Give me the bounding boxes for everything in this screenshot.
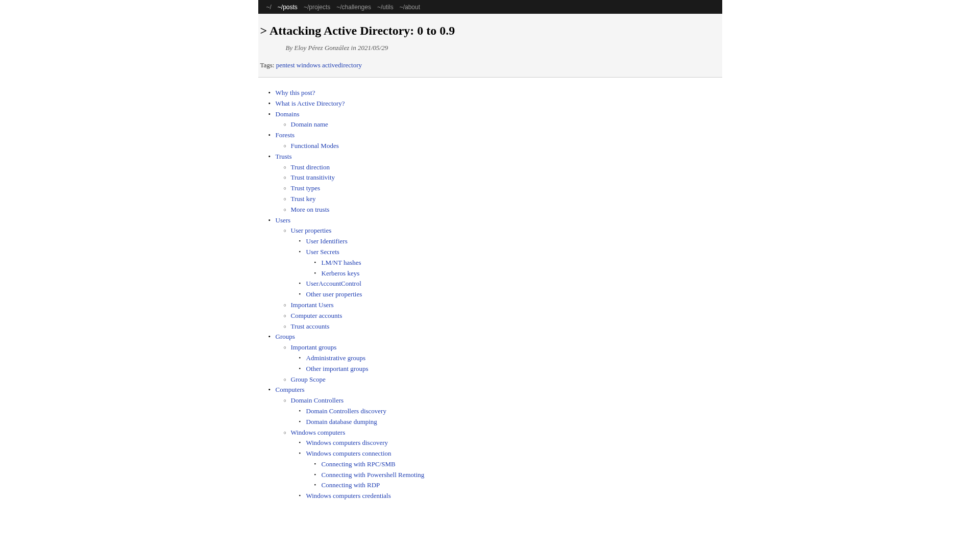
toc-link[interactable]: User properties: [291, 227, 332, 234]
toc-item: Group Scope: [284, 374, 722, 385]
toc-link[interactable]: Important Users: [291, 301, 334, 309]
nav-posts[interactable]: ~/posts: [275, 4, 301, 11]
toc-item: ComputersDomain ControllersDomain Contro…: [268, 385, 722, 502]
author: Eloy Pérez González: [294, 44, 349, 52]
nav-utils[interactable]: ~/utils: [374, 4, 397, 11]
toc-item: User SecretsLM/NT hashesKerberos keys: [299, 247, 722, 279]
toc-link[interactable]: LM/NT hashes: [322, 259, 361, 266]
toc-item: Administrative groups: [299, 353, 722, 364]
toc-link[interactable]: More on trusts: [291, 206, 330, 213]
toc-item: Domain Controllers discovery: [299, 406, 722, 417]
toc-item: Trust key: [284, 194, 722, 205]
toc-link[interactable]: User Secrets: [306, 248, 339, 256]
toc-link[interactable]: Domain Controllers discovery: [306, 407, 386, 415]
toc-item: Trust types: [284, 183, 722, 194]
toc-item: Connecting with Powershell Remoting: [314, 470, 722, 481]
toc-link[interactable]: Connecting with RDP: [322, 481, 380, 489]
page-header: > Attacking Active Directory: 0 to 0.9 B…: [258, 14, 722, 78]
toc-item: Important groupsAdministrative groupsOth…: [284, 342, 722, 374]
toc-item: Windows computers credentials: [299, 491, 722, 502]
tag-pentest[interactable]: pentest: [276, 61, 295, 69]
toc-item: Why this post?: [268, 88, 722, 98]
toc-link[interactable]: UserAccountControl: [306, 280, 361, 287]
toc-item: UsersUser propertiesUser IdentifiersUser…: [268, 215, 722, 332]
nav-challenges[interactable]: ~/challenges: [333, 4, 374, 11]
toc-item: Trust accounts: [284, 321, 722, 332]
toc-item: Functional Modes: [284, 141, 722, 152]
toc-link[interactable]: Trust accounts: [291, 322, 330, 330]
toc-item: Kerberos keys: [314, 268, 722, 279]
title-prefix: >: [260, 24, 267, 37]
toc-link[interactable]: Domain Controllers: [291, 396, 344, 404]
toc-item: Trust transitivity: [284, 172, 722, 183]
toc-link[interactable]: Trust key: [291, 195, 316, 203]
toc-link[interactable]: Trust types: [291, 184, 321, 192]
toc-link[interactable]: Administrative groups: [306, 354, 366, 362]
toc-link[interactable]: Other user properties: [306, 290, 362, 298]
toc-link[interactable]: Connecting with RPC/SMB: [322, 460, 396, 468]
toc-item: Domain ControllersDomain Controllers dis…: [284, 395, 722, 427]
toc-link[interactable]: Computer accounts: [291, 312, 342, 319]
toc-item: User Identifiers: [299, 236, 722, 247]
table-of-contents: Why this post?What is Active Directory?D…: [258, 88, 722, 502]
toc-link[interactable]: Group Scope: [291, 375, 326, 383]
toc-link[interactable]: What is Active Directory?: [276, 99, 345, 107]
toc-link[interactable]: Other important groups: [306, 365, 369, 372]
toc-item: TrustsTrust directionTrust transitivityT…: [268, 152, 722, 215]
toc-item: ForestsFunctional Modes: [268, 130, 722, 152]
toc-link[interactable]: Why this post?: [276, 89, 315, 96]
title-text: Attacking Active Directory: 0 to 0.9: [270, 24, 455, 37]
toc-item: Other user properties: [299, 289, 722, 300]
toc-link[interactable]: Windows computers: [291, 429, 346, 436]
toc-item: Domain name: [284, 119, 722, 130]
toc-link[interactable]: Trusts: [276, 153, 292, 160]
post-date: 2021/05/29: [358, 44, 388, 52]
toc-link[interactable]: Users: [276, 216, 291, 224]
page-title: > Attacking Active Directory: 0 to 0.9: [258, 24, 722, 38]
toc-link[interactable]: Windows computers credentials: [306, 492, 391, 499]
toc-item: Windows computers connectionConnecting w…: [299, 448, 722, 491]
toc-link[interactable]: Domain database dumping: [306, 418, 377, 425]
tags-line: Tags: pentest windows activedirectory: [258, 61, 722, 69]
toc-item: More on trusts: [284, 205, 722, 215]
toc-link[interactable]: Trust transitivity: [291, 173, 335, 181]
nav-about[interactable]: ~/about: [397, 4, 423, 11]
toc-item: Domain database dumping: [299, 417, 722, 428]
toc-link[interactable]: User Identifiers: [306, 237, 348, 245]
byline: By Eloy Pérez González in 2021/05/29: [258, 44, 722, 52]
toc-link[interactable]: Groups: [276, 333, 295, 340]
toc-item: Connecting with RPC/SMB: [314, 459, 722, 470]
toc-item: Computer accounts: [284, 311, 722, 321]
toc-item: LM/NT hashes: [314, 258, 722, 268]
toc-item: Windows computers discovery: [299, 438, 722, 448]
toc-item: DomainsDomain name: [268, 109, 722, 131]
nav-home[interactable]: ~/: [263, 4, 275, 11]
toc-link[interactable]: Kerberos keys: [322, 269, 360, 277]
toc-link[interactable]: Connecting with Powershell Remoting: [322, 471, 425, 479]
toc-link[interactable]: Important groups: [291, 343, 337, 351]
toc-item: Important Users: [284, 300, 722, 311]
toc-link[interactable]: Domains: [276, 110, 300, 118]
top-navbar: ~/ ~/posts ~/projects ~/challenges ~/uti…: [258, 0, 722, 14]
toc-item: UserAccountControl: [299, 279, 722, 289]
tag-activedirectory[interactable]: activedirectory: [322, 61, 362, 69]
toc-link[interactable]: Trust direction: [291, 163, 330, 171]
toc-item: Trust direction: [284, 162, 722, 173]
toc-link[interactable]: Functional Modes: [291, 142, 339, 149]
nav-projects[interactable]: ~/projects: [301, 4, 333, 11]
toc-link[interactable]: Domain name: [291, 120, 328, 128]
toc-link[interactable]: Windows computers discovery: [306, 439, 388, 446]
toc-item: Windows computersWindows computers disco…: [284, 428, 722, 502]
toc-link[interactable]: Computers: [276, 386, 305, 393]
toc-item: Connecting with RDP: [314, 480, 722, 491]
toc-item: User propertiesUser IdentifiersUser Secr…: [284, 226, 722, 300]
toc-item: What is Active Directory?: [268, 98, 722, 109]
tag-windows[interactable]: windows: [297, 61, 321, 69]
toc-link[interactable]: Forests: [276, 131, 295, 139]
toc-item: GroupsImportant groupsAdministrative gro…: [268, 332, 722, 385]
toc-link[interactable]: Windows computers connection: [306, 449, 391, 457]
tags-label: Tags:: [260, 61, 275, 69]
toc-item: Other important groups: [299, 364, 722, 374]
